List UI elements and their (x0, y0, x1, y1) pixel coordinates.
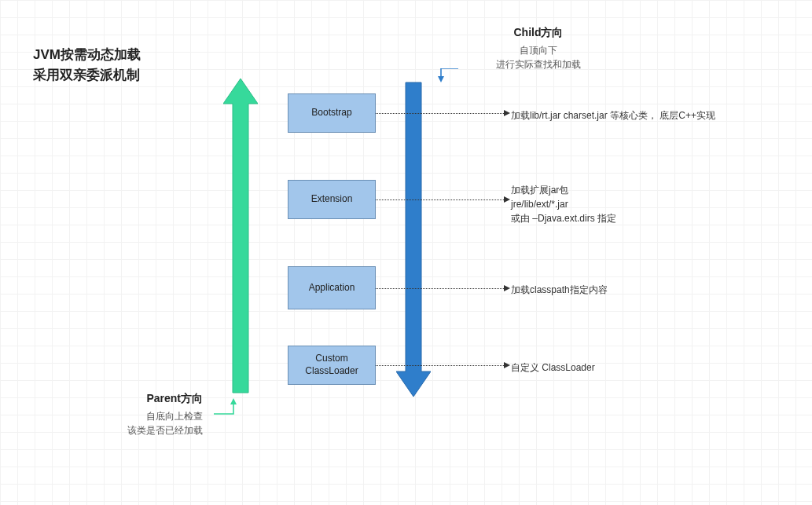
bootstrap-description: 加载lib/rt.jar charset.jar 等核心类， 底层C++实现 (511, 108, 715, 123)
custom-description: 自定义 ClassLoader (511, 360, 595, 375)
parent-heading: Parent方向 (93, 392, 203, 406)
application-description: 加载classpath指定内容 (511, 283, 608, 297)
arrowhead-extension (504, 196, 510, 203)
parent-sub1: 自底向上检查 (93, 409, 203, 423)
parent-sub2: 该类是否已经加载 (93, 423, 203, 437)
connector-custom (376, 365, 504, 366)
parent-up-arrow (223, 79, 258, 397)
extension-description: 加载扩展jar包 jre/lib/ext/*.jar 或由 –Djava.ext… (511, 183, 616, 225)
connector-extension (376, 199, 504, 200)
connector-bootstrap (376, 113, 504, 114)
title-line2: 采用双亲委派机制 (33, 65, 141, 86)
arrowhead-bootstrap (504, 110, 510, 116)
extension-label: Extension (311, 193, 353, 206)
application-box: Application (288, 266, 376, 309)
svg-marker-0 (223, 79, 258, 393)
child-sub2: 进行实际查找和加载 (476, 57, 601, 71)
application-label: Application (309, 282, 355, 295)
title-line1: JVM按需动态加载 (33, 45, 141, 65)
child-heading: Child方向 (476, 26, 601, 40)
custom-box: Custom ClassLoader (288, 346, 376, 385)
svg-marker-3 (438, 76, 444, 82)
custom-label: Custom ClassLoader (305, 353, 358, 377)
bootstrap-label: Bootstrap (311, 107, 351, 119)
svg-marker-2 (230, 398, 237, 404)
child-direction-label: Child方向 自顶向下 进行实际查找和加载 (476, 26, 601, 71)
bootstrap-box: Bootstrap (288, 93, 376, 133)
svg-marker-1 (396, 82, 431, 397)
diagram-title: JVM按需动态加载 采用双亲委派机制 (33, 45, 141, 85)
extension-box: Extension (288, 180, 376, 219)
child-down-arrow (396, 79, 431, 397)
arrowhead-application (504, 285, 510, 291)
connector-application (376, 288, 504, 289)
parent-direction-label: Parent方向 自底向上检查 该类是否已经加载 (93, 392, 203, 437)
parent-label-pointer (214, 397, 241, 420)
arrowhead-custom (504, 362, 510, 368)
child-label-pointer (435, 68, 461, 92)
child-sub1: 自顶向下 (476, 43, 601, 57)
